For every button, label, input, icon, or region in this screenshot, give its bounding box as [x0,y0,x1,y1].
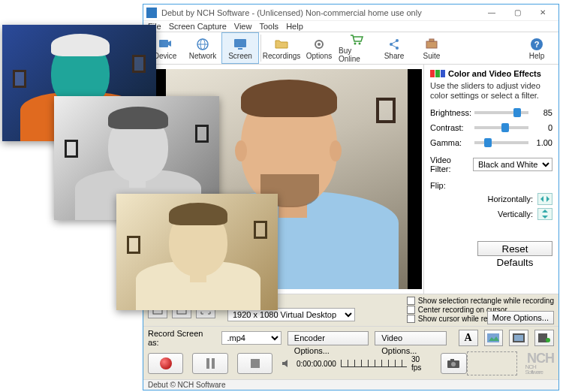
rgb-icon [430,70,445,77]
svg-rect-5 [234,39,246,47]
svg-rect-30 [514,335,523,341]
effects-title: Color and Video Effects [448,69,541,78]
svg-rect-16 [426,41,437,48]
drop-zone[interactable] [467,351,517,375]
filter-row: Video Filter: Black and White [430,155,552,173]
stop-button[interactable] [237,353,272,374]
toolbar-share[interactable]: Share [375,32,413,64]
sample-image-sepia [116,194,278,310]
gamma-thumb[interactable] [484,138,492,147]
chk-show-rectangle[interactable]: Show selection rectangle while recording [407,297,554,305]
svg-rect-36 [450,359,454,361]
contrast-slider[interactable] [474,126,528,129]
video-options-button[interactable]: Video Options... [375,331,446,345]
menu-help[interactable]: Help [286,22,303,31]
svg-line-15 [392,45,396,47]
nch-logo: NCH NCH Software [525,352,554,375]
flip-v-label: Vertically: [498,210,533,219]
gear-icon [312,37,327,52]
contrast-label: Contrast: [430,123,471,132]
snapshot-button[interactable] [441,353,468,374]
format-select[interactable]: .mp4 [221,331,281,345]
time-ruler [341,360,407,367]
svg-line-14 [392,41,396,44]
toolbar-screen[interactable]: Screen [221,32,259,64]
speaker-icon [282,358,292,369]
flip-h-label: Horizontally: [487,194,533,204]
brightness-thumb[interactable] [513,108,521,117]
brightness-slider[interactable] [474,111,528,114]
svg-rect-6 [238,48,242,50]
minimize-button[interactable]: — [479,5,504,21]
film-add-button[interactable] [534,330,554,346]
app-icon [146,8,157,18]
film-add-icon [538,333,550,342]
svg-point-9 [354,43,357,45]
svg-rect-17 [429,39,434,41]
brightness-value: 85 [531,108,552,117]
filter-select[interactable]: Black and White [473,158,552,171]
gamma-row: Gamma: 1.00 [430,137,552,148]
svg-point-8 [318,43,321,46]
suite-icon [424,37,439,52]
contrast-value: 0 [531,123,552,132]
svg-rect-0 [159,40,168,47]
toolbar-network[interactable]: Network [184,32,221,64]
toolbar-suite[interactable]: Suite [413,32,450,64]
flip-horizontal-button[interactable] [537,193,552,205]
progress-display: 0:00:00.000 30 fps [282,355,431,372]
toolbar-help[interactable]: ? Help [518,32,555,64]
svg-rect-31 [538,333,547,342]
filter-label: Video Filter: [430,155,473,173]
record-as-label: Record Screen as: [148,329,215,347]
flip-section: Flip: Horizontally: Vertically: [430,181,552,220]
toolbar-buy[interactable]: Buy Online [338,32,375,64]
svg-point-35 [451,362,456,366]
svg-marker-20 [540,196,543,202]
svg-marker-21 [546,196,549,202]
svg-rect-27 [487,333,499,342]
menu-screen-capture[interactable]: Screen Capture [169,22,227,31]
svg-text:?: ? [534,40,540,49]
monitor-icon [233,37,248,52]
webcam-icon [158,37,173,52]
toolbar: Device Network Screen Recordings Options… [143,32,558,65]
menubar: File Screen Capture View Tools Help [143,21,558,32]
toolbar-options[interactable]: Options [300,32,338,64]
stop-icon [251,359,260,368]
filmstrip-button[interactable] [509,330,528,346]
help-icon: ? [529,37,544,52]
fps-label: 30 fps [411,355,432,372]
camera-icon [447,358,460,369]
gamma-value: 1.00 [531,138,552,147]
gamma-label: Gamma: [430,138,471,147]
image-icon [487,333,499,342]
flip-vertical-button[interactable] [537,208,552,220]
record-button[interactable] [148,353,183,374]
close-button[interactable]: ✕ [530,5,555,21]
more-options-button[interactable]: More Options... [487,311,554,324]
svg-marker-1 [168,41,171,47]
gamma-slider[interactable] [474,141,528,144]
svg-point-32 [546,338,550,342]
image-overlay-button[interactable] [484,330,504,346]
folder-icon [274,37,289,52]
reset-defaults-button[interactable]: Reset Defaults [477,241,552,256]
record-icon [160,357,172,369]
brightness-row: Brightness: 85 [430,107,552,118]
titlebar: Debut by NCH Software - (Unlicensed) Non… [143,5,558,21]
svg-marker-22 [542,210,548,213]
effects-panel: Color and Video Effects Use the sliders … [423,65,558,294]
contrast-thumb[interactable] [501,123,509,132]
pause-icon [206,358,215,369]
menu-tools[interactable]: Tools [259,22,278,31]
text-overlay-button[interactable]: A [459,330,478,346]
menu-view[interactable]: View [234,22,252,31]
flip-vertical-icon [541,209,549,219]
pause-button[interactable] [192,353,227,374]
svg-point-10 [359,43,361,45]
maximize-button[interactable]: ▢ [504,5,530,21]
contrast-row: Contrast: 0 [430,122,552,133]
encoder-options-button[interactable]: Encoder Options... [288,331,369,345]
toolbar-recordings[interactable]: Recordings [263,32,300,64]
